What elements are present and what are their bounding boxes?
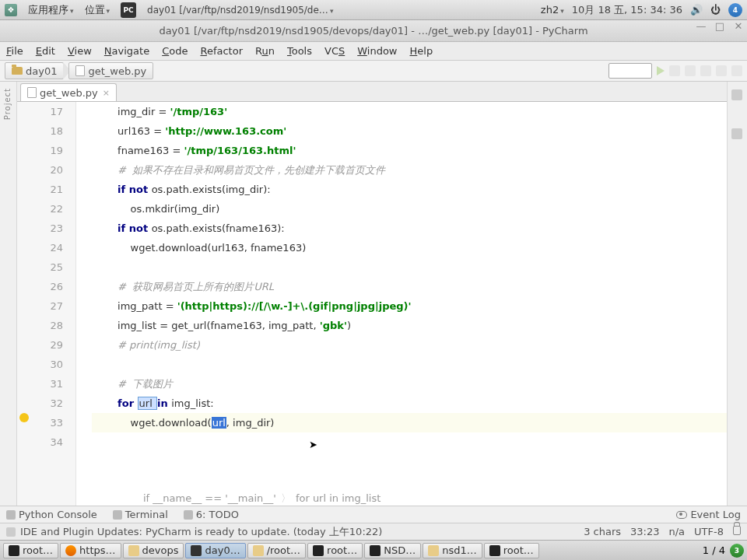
input-method[interactable]: zh2 — [541, 4, 564, 16]
status-caret-pos[interactable]: 33:23 — [630, 526, 659, 537]
project-tool-label[interactable]: Project — [3, 88, 12, 120]
desktop-panel: ❖ 应用程序 位置 day01 [/var/ftp/nsd2019/nsd190… — [0, 0, 747, 20]
taskbar-item[interactable]: root… — [3, 543, 58, 558]
terminal-icon — [313, 545, 324, 556]
taskbar-item[interactable]: devops — [123, 543, 184, 558]
search-everywhere-icon[interactable] — [731, 65, 742, 76]
desktop-taskbar: root… https… devops day0… /root… root… N… — [0, 540, 747, 560]
editor-area: Project get_web.py × 17181920 21222324 2… — [0, 82, 747, 506]
files-icon — [253, 545, 264, 556]
taskbar-item[interactable]: NSD… — [364, 543, 421, 558]
taskbar-item[interactable]: https… — [60, 543, 121, 558]
firefox-icon — [65, 545, 76, 556]
files-icon — [428, 545, 439, 556]
tray-badge[interactable]: 3 — [730, 544, 744, 558]
menu-bar: File Edit View Navigate Code Refactor Ru… — [0, 42, 747, 61]
menu-vcs[interactable]: VCS — [324, 45, 345, 57]
menu-window[interactable]: Window — [357, 45, 397, 57]
run-config-combo[interactable] — [608, 63, 652, 79]
taskbar-item[interactable]: /root… — [247, 543, 306, 558]
menu-navigate[interactable]: Navigate — [104, 45, 149, 57]
eye-icon — [676, 511, 687, 519]
navigation-bar: day01 get_web.py — [0, 61, 747, 82]
window-title: day01 [/var/ftp/nsd2019/nsd1905/devops/d… — [159, 25, 587, 37]
breadcrumb-file-label: get_web.py — [88, 65, 146, 77]
intention-bulb-icon[interactable] — [19, 413, 29, 422]
applications-menu[interactable]: 应用程序 — [28, 3, 74, 17]
right-tool-stripe[interactable] — [727, 82, 747, 506]
menu-file[interactable]: File — [6, 45, 23, 57]
text-selection: url — [212, 417, 226, 429]
active-window-title[interactable]: day01 [/var/ftp/nsd2019/nsd1905/de… — [147, 5, 333, 16]
coverage-button-icon[interactable] — [685, 65, 696, 76]
tool-windows-icon[interactable] — [6, 527, 16, 537]
terminal-icon — [9, 545, 19, 556]
status-bar: IDE and Plugin Updates: PyCharm is ready… — [0, 523, 747, 540]
status-encoding[interactable]: UTF-8 — [694, 526, 724, 537]
terminal-tab[interactable]: Terminal — [113, 509, 168, 520]
python-icon — [6, 510, 16, 520]
python-file-icon — [27, 87, 37, 98]
editor-tab-getweb[interactable]: get_web.py × — [20, 83, 117, 101]
clock: 10月 18 五, 15: 34: 36 — [572, 3, 682, 17]
menu-view[interactable]: View — [68, 45, 92, 57]
maximize-button[interactable]: □ — [716, 22, 724, 30]
menu-run[interactable]: Run — [255, 45, 275, 57]
menu-refactor[interactable]: Refactor — [200, 45, 243, 57]
readonly-lock-icon[interactable] — [733, 526, 741, 535]
folder-icon — [12, 67, 23, 75]
terminal-icon — [489, 545, 500, 556]
tab-close-icon[interactable]: × — [103, 88, 110, 98]
code-breadcrumb[interactable]: if __name__ == '__main__' 〉 for url in i… — [76, 490, 727, 506]
menu-edit[interactable]: Edit — [36, 45, 55, 57]
todo-tab[interactable]: 6: TODO — [184, 509, 239, 520]
taskbar-item[interactable]: root… — [307, 543, 363, 558]
status-line-separator[interactable]: n/a — [669, 526, 686, 537]
terminal-icon — [370, 545, 381, 556]
breadcrumb-folder-label: day01 — [26, 65, 57, 77]
breadcrumb-folder[interactable]: day01 — [5, 62, 64, 79]
taskbar-item-active[interactable]: day0… — [185, 543, 245, 558]
debug-button-icon[interactable] — [669, 65, 680, 76]
editor-tabs: get_web.py × — [17, 82, 727, 102]
menu-code[interactable]: Code — [162, 45, 188, 57]
todo-icon — [184, 510, 193, 520]
status-selection: 3 chars — [584, 526, 621, 537]
minimize-button[interactable]: — — [697, 22, 705, 30]
database-tool-icon[interactable] — [731, 89, 742, 100]
python-file-icon — [75, 65, 85, 76]
window-titlebar: day01 [/var/ftp/nsd2019/nsd1905/devops/d… — [0, 20, 747, 42]
profile-button-icon[interactable] — [700, 65, 711, 76]
notification-badge[interactable]: 4 — [728, 3, 742, 17]
places-menu[interactable]: 位置 — [85, 3, 110, 17]
files-icon — [128, 545, 139, 556]
status-message: IDE and Plugin Updates: PyCharm is ready… — [20, 525, 382, 539]
python-console-tab[interactable]: Python Console — [6, 509, 97, 520]
taskbar-item[interactable]: nsd1… — [423, 543, 482, 558]
code-content[interactable]: img_dir = '/tmp/163' url163 = 'http://ww… — [76, 102, 727, 506]
sciview-tool-icon[interactable] — [731, 128, 742, 139]
breadcrumb-file[interactable]: get_web.py — [68, 62, 153, 79]
breadcrumb-scope-2[interactable]: for url in img_list — [296, 488, 381, 506]
code-editor[interactable]: 17181920 21222324 25262728 29303132 3334… — [17, 102, 727, 506]
pycharm-icon — [191, 545, 202, 556]
close-button[interactable]: ✕ — [735, 22, 742, 30]
menu-tools[interactable]: Tools — [287, 45, 312, 57]
volume-icon[interactable]: 🔊 — [690, 4, 703, 16]
breadcrumb-scope-1[interactable]: if __name__ == '__main__' — [143, 488, 276, 506]
apps-menu-icon: ❖ — [5, 4, 17, 16]
stop-button-icon[interactable] — [716, 65, 727, 76]
terminal-icon — [113, 510, 122, 520]
menu-help[interactable]: Help — [410, 45, 433, 57]
run-button-icon[interactable] — [657, 66, 665, 75]
tab-label: get_web.py — [40, 87, 98, 99]
pycharm-icon[interactable] — [121, 2, 136, 18]
taskbar-item[interactable]: root… — [484, 543, 539, 558]
left-tool-stripe[interactable]: Project — [0, 82, 17, 506]
power-icon[interactable]: ⏻ — [710, 4, 721, 16]
gutter-line-numbers: 17181920 21222324 25262728 29303132 3334 — [17, 102, 76, 506]
bottom-tool-tabs: Python Console Terminal 6: TODO Event Lo… — [0, 506, 747, 523]
workspace-indicator[interactable]: 1 / 4 — [703, 544, 725, 556]
event-log-tab[interactable]: Event Log — [676, 509, 741, 520]
